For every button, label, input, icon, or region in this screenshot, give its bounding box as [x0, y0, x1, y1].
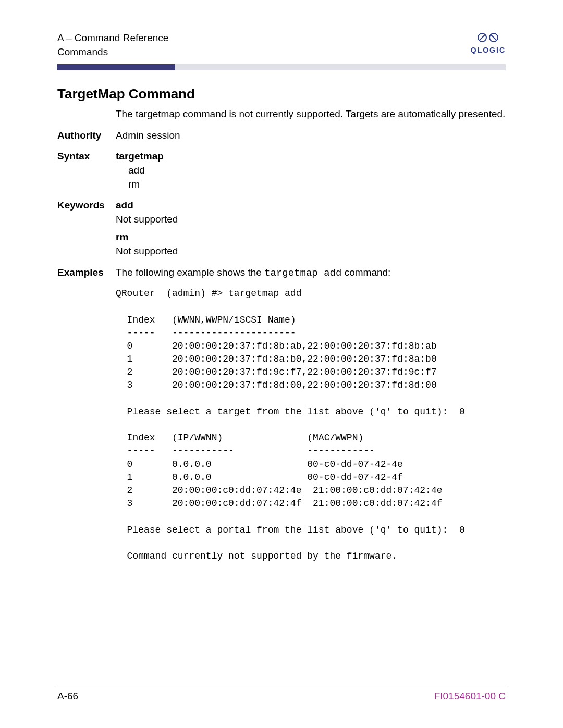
logo-icon	[476, 31, 500, 46]
keywords-value: add Not supported rm Not supported	[116, 191, 506, 258]
brand-logo: QLOGIC	[471, 31, 506, 54]
kw-rm-desc: Not supported	[116, 244, 506, 258]
page-header: A – Command Reference Commands QLOGIC	[57, 31, 506, 59]
svg-line-3	[491, 34, 497, 41]
page-title: TargetMap Command	[57, 86, 506, 102]
syntax-value: targetmap add rm	[116, 142, 506, 191]
kw-add: add	[116, 199, 506, 213]
page-footer: A-66 FI0154601-00 C	[0, 682, 563, 702]
examples-intro-pre: The following example shows the	[116, 267, 264, 278]
logo-text: QLOGIC	[471, 46, 506, 54]
footer-divider	[57, 686, 506, 686]
authority-value: Admin session	[116, 121, 506, 143]
header-line2: Commands	[57, 45, 168, 59]
footer-doc-id: FI0154601-00 C	[434, 690, 506, 702]
syntax-label: Syntax	[57, 142, 116, 191]
syntax-opt-add: add	[128, 164, 506, 178]
page: A – Command Reference Commands QLOGIC Ta…	[0, 0, 563, 728]
header-divider-accent	[57, 64, 175, 70]
header-divider-bar	[57, 64, 506, 70]
syntax-opt-rm: rm	[128, 178, 506, 192]
svg-line-2	[479, 34, 485, 41]
kw-add-desc: Not supported	[116, 213, 506, 227]
content-grid: The targetmap command is not currently s…	[57, 102, 506, 563]
footer-row: A-66 FI0154601-00 C	[57, 690, 506, 702]
header-line1: A – Command Reference	[57, 31, 168, 45]
example-code-block: QRouter (admin) #> targetmap add Index (…	[116, 280, 506, 563]
kw-rm: rm	[116, 230, 506, 244]
intro-text: The targetmap command is not currently s…	[116, 102, 506, 121]
examples-intro-code: targetmap add	[264, 267, 341, 279]
examples-intro: The following example shows the targetma…	[116, 258, 506, 280]
syntax-keyword: targetmap	[116, 151, 164, 162]
footer-page-number: A-66	[57, 690, 78, 702]
header-text: A – Command Reference Commands	[57, 31, 168, 59]
examples-intro-post: command:	[341, 267, 390, 278]
authority-label: Authority	[57, 121, 116, 143]
examples-label: Examples	[57, 258, 116, 280]
keywords-label: Keywords	[57, 191, 116, 258]
